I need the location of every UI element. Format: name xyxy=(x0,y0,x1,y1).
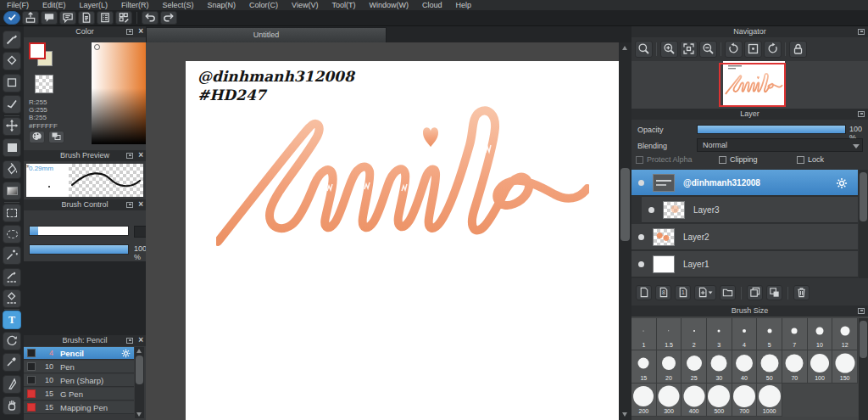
bucket-tool[interactable] xyxy=(3,160,21,179)
move-tool[interactable] xyxy=(3,117,21,136)
eraser-tool[interactable] xyxy=(3,52,21,70)
layer-row-layer1[interactable]: Layer1 xyxy=(632,251,858,277)
merge-layer-button[interactable] xyxy=(766,285,782,300)
lock-checkbox[interactable]: Lock xyxy=(797,155,824,164)
new-1bit-layer-button[interactable]: 1 xyxy=(675,285,691,300)
brush-size-option[interactable]: 4 xyxy=(732,318,758,350)
popout-icon[interactable] xyxy=(126,202,133,208)
menu-window[interactable]: Window(W) xyxy=(362,0,415,10)
magic-wand-tool[interactable] xyxy=(3,246,21,265)
transparent-color-swatch[interactable] xyxy=(35,75,53,93)
sv-cursor[interactable] xyxy=(94,44,100,50)
menu-filter[interactable]: Filter(R) xyxy=(114,0,156,10)
duplicate-layer-button[interactable] xyxy=(747,285,763,300)
brush-size-option[interactable]: 7 xyxy=(782,318,808,350)
brush-size-option[interactable]: 25 xyxy=(682,350,707,384)
brush-size-title[interactable]: Brush Size xyxy=(632,305,868,316)
popout-icon[interactable] xyxy=(126,29,133,35)
brush-size-option[interactable]: 400 xyxy=(682,384,707,417)
comment-button[interactable] xyxy=(41,11,58,25)
navigator-view-rect[interactable] xyxy=(719,63,786,107)
menu-layer[interactable]: Layer(L) xyxy=(73,0,115,10)
text-tool[interactable]: T xyxy=(3,311,21,329)
document-tab[interactable]: Untitled xyxy=(146,27,387,42)
brush-size-option[interactable]: 3 xyxy=(707,318,732,350)
brush-item-g-pen[interactable]: 15 G Pen xyxy=(24,388,134,400)
close-icon[interactable]: × xyxy=(138,199,143,210)
layer-row-layer2[interactable]: Layer2 xyxy=(632,224,858,250)
scroll-down-icon[interactable] xyxy=(136,412,142,417)
new-folder-button[interactable] xyxy=(720,285,736,300)
scroll-up-icon[interactable] xyxy=(622,46,627,50)
brush-size-option[interactable]: 20 xyxy=(657,350,682,384)
shape-brush-tool[interactable] xyxy=(3,74,21,92)
drawing-canvas[interactable]: @dinhmanh312008 #HD247 xyxy=(186,61,619,420)
brush-item-mapping-pen[interactable]: 15 Mapping Pen xyxy=(24,401,134,414)
upload-button[interactable] xyxy=(22,11,39,25)
menu-file[interactable]: File(F) xyxy=(0,0,36,10)
zoom-in-button[interactable] xyxy=(660,41,678,58)
menu-select[interactable]: Select(S) xyxy=(156,0,201,10)
cloud-sync-button[interactable] xyxy=(3,11,20,25)
foreground-color-swatch[interactable] xyxy=(29,42,46,59)
brush-size-option[interactable]: 2 xyxy=(682,318,707,350)
new-8bit-layer-button[interactable]: 8 xyxy=(655,285,671,300)
brush-size-option[interactable]: 15 xyxy=(632,350,657,384)
gear-icon[interactable] xyxy=(836,177,848,191)
scroll-thumb[interactable] xyxy=(620,168,630,241)
brush-size-option[interactable]: 70 xyxy=(782,350,808,384)
menu-tool[interactable]: Tool(T) xyxy=(325,0,362,10)
brush-size-option[interactable]: 40 xyxy=(732,350,758,384)
brush-size-option[interactable]: 50 xyxy=(757,350,782,384)
visibility-dot[interactable] xyxy=(638,234,644,240)
lasso-tool[interactable] xyxy=(3,225,21,244)
blending-dropdown[interactable]: Normal xyxy=(697,138,863,152)
palette-button[interactable] xyxy=(29,131,45,143)
scroll-thumb[interactable] xyxy=(860,321,867,358)
menu-snap[interactable]: Snap(N) xyxy=(201,0,243,10)
brush-size-option[interactable]: 100 xyxy=(808,350,833,384)
layer-panel-title[interactable]: Layer xyxy=(632,109,868,120)
select-eraser-tool[interactable] xyxy=(3,289,21,308)
brush-item-pen-sharp[interactable]: 10 Pen (Sharp) xyxy=(24,374,134,387)
brush-size-option[interactable]: 10 xyxy=(808,318,833,350)
brush-size-option[interactable]: 1.5 xyxy=(657,318,682,350)
gear-icon[interactable] xyxy=(121,349,131,360)
layer-row-layer3[interactable]: Layer3 xyxy=(642,197,858,223)
rotate-ccw-button[interactable] xyxy=(725,41,743,58)
navigator-viewport[interactable] xyxy=(632,61,868,109)
brush-size-scrollbar[interactable] xyxy=(859,318,868,420)
close-icon[interactable]: × xyxy=(138,150,143,160)
brush-size-option[interactable]: 12 xyxy=(832,318,858,350)
delete-layer-button[interactable] xyxy=(793,285,810,300)
lock-button[interactable] xyxy=(789,41,807,58)
brush-item-pencil[interactable]: 4 Pencil xyxy=(24,347,134,360)
scroll-up-icon[interactable] xyxy=(136,349,142,353)
brush-tool[interactable] xyxy=(3,31,21,49)
brush-size-option[interactable]: 150 xyxy=(832,350,858,384)
redo-button[interactable] xyxy=(160,11,177,25)
select-pen-tool[interactable] xyxy=(3,268,21,287)
protect-alpha-checkbox[interactable]: Protect Alpha xyxy=(636,155,693,164)
brush-opacity-slider[interactable] xyxy=(29,244,129,255)
gradient-tool[interactable] xyxy=(3,182,21,200)
grid-edit-button[interactable] xyxy=(115,11,132,25)
fit-window-button[interactable] xyxy=(680,41,698,58)
visibility-dot[interactable] xyxy=(638,180,644,186)
brush-size-option[interactable]: 200 xyxy=(632,384,657,417)
rotate-cw-button[interactable] xyxy=(764,41,782,58)
notes-button[interactable] xyxy=(97,11,114,25)
menu-view[interactable]: View(V) xyxy=(285,0,325,10)
scroll-thumb[interactable] xyxy=(860,172,867,221)
undo-button[interactable] xyxy=(142,11,159,25)
brush-size-option[interactable]: 1000 xyxy=(757,384,782,417)
brush-width-slider[interactable] xyxy=(29,226,129,236)
layer-row-text[interactable]: @dinhmanh312008 xyxy=(632,170,858,196)
opacity-slider[interactable] xyxy=(697,125,846,134)
zoom-out-button[interactable] xyxy=(699,41,717,58)
swap-colors-button[interactable] xyxy=(48,131,64,143)
menu-edit[interactable]: Edit(E) xyxy=(36,0,73,10)
brush-item-pen[interactable]: 10 Pen xyxy=(24,361,134,373)
close-icon[interactable]: × xyxy=(138,335,143,345)
reset-rotation-button[interactable] xyxy=(744,41,762,58)
